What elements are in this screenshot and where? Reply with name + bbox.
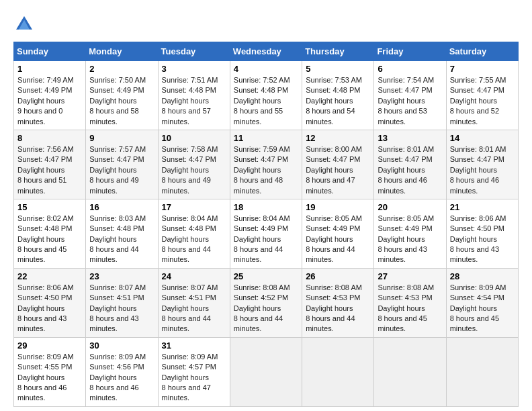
- day-cell: 21Sunrise: 8:06 AMSunset: 4:50 PMDayligh…: [446, 199, 518, 268]
- day-info: Sunrise: 7:50 AMSunset: 4:49 PMDaylight …: [89, 75, 154, 127]
- day-cell: 24Sunrise: 8:07 AMSunset: 4:51 PMDayligh…: [158, 268, 230, 337]
- day-info: Sunrise: 8:05 AMSunset: 4:49 PMDaylight …: [378, 214, 442, 265]
- day-info: Sunrise: 8:06 AMSunset: 4:50 PMDaylight …: [450, 214, 515, 265]
- day-info: Sunrise: 7:49 AMSunset: 4:49 PMDaylight …: [17, 75, 82, 127]
- day-info: Sunrise: 8:01 AMSunset: 4:47 PMDaylight …: [450, 144, 515, 196]
- day-cell: 7Sunrise: 7:55 AMSunset: 4:47 PMDaylight…: [446, 61, 518, 130]
- day-cell: 8Sunrise: 7:56 AMSunset: 4:47 PMDaylight…: [14, 130, 86, 199]
- day-number: 19: [306, 202, 370, 212]
- day-info: Sunrise: 8:06 AMSunset: 4:50 PMDaylight …: [17, 283, 82, 334]
- day-number: 4: [234, 64, 298, 74]
- day-number: 3: [162, 64, 226, 74]
- day-number: 24: [162, 271, 226, 281]
- week-row-1: 1Sunrise: 7:49 AMSunset: 4:49 PMDaylight…: [14, 61, 519, 130]
- day-cell: 28Sunrise: 8:09 AMSunset: 4:54 PMDayligh…: [446, 268, 518, 337]
- week-row-5: 29Sunrise: 8:09 AMSunset: 4:55 PMDayligh…: [14, 337, 519, 406]
- day-number: 10: [162, 133, 226, 143]
- weekday-friday: Friday: [374, 42, 446, 61]
- week-row-2: 8Sunrise: 7:56 AMSunset: 4:47 PMDaylight…: [14, 130, 519, 199]
- day-cell: 25Sunrise: 8:08 AMSunset: 4:52 PMDayligh…: [230, 268, 302, 337]
- weekday-header-row: SundayMondayTuesdayWednesdayThursdayFrid…: [14, 42, 519, 61]
- day-number: 29: [17, 340, 82, 351]
- day-cell: 17Sunrise: 8:04 AMSunset: 4:48 PMDayligh…: [158, 199, 230, 268]
- day-info: Sunrise: 7:55 AMSunset: 4:47 PMDaylight …: [450, 75, 515, 127]
- day-number: 28: [450, 271, 515, 281]
- day-number: 21: [450, 202, 515, 212]
- day-info: Sunrise: 8:01 AMSunset: 4:47 PMDaylight …: [378, 144, 442, 196]
- day-cell: [446, 337, 518, 406]
- day-number: 11: [234, 133, 298, 143]
- day-info: Sunrise: 8:09 AMSunset: 4:55 PMDaylight …: [17, 352, 82, 404]
- day-info: Sunrise: 8:04 AMSunset: 4:48 PMDaylight …: [162, 214, 226, 265]
- day-cell: 6Sunrise: 7:54 AMSunset: 4:47 PMDaylight…: [374, 61, 446, 130]
- day-cell: 2Sunrise: 7:50 AMSunset: 4:49 PMDaylight…: [86, 61, 158, 130]
- day-number: 20: [378, 202, 442, 212]
- day-info: Sunrise: 8:00 AMSunset: 4:47 PMDaylight …: [306, 144, 370, 196]
- day-info: Sunrise: 8:03 AMSunset: 4:48 PMDaylight …: [89, 214, 154, 265]
- day-cell: 4Sunrise: 7:52 AMSunset: 4:48 PMDaylight…: [230, 61, 302, 130]
- day-number: 27: [378, 271, 442, 281]
- day-number: 8: [17, 133, 82, 143]
- day-info: Sunrise: 7:59 AMSunset: 4:47 PMDaylight …: [234, 144, 298, 196]
- day-number: 12: [306, 133, 370, 143]
- weekday-thursday: Thursday: [302, 42, 374, 61]
- day-number: 23: [89, 271, 154, 281]
- logo: [13, 13, 38, 35]
- day-cell: 29Sunrise: 8:09 AMSunset: 4:55 PMDayligh…: [14, 337, 86, 406]
- day-cell: 22Sunrise: 8:06 AMSunset: 4:50 PMDayligh…: [14, 268, 86, 337]
- day-cell: 27Sunrise: 8:08 AMSunset: 4:53 PMDayligh…: [374, 268, 446, 337]
- day-info: Sunrise: 8:04 AMSunset: 4:49 PMDaylight …: [234, 214, 298, 265]
- weekday-sunday: Sunday: [14, 42, 86, 61]
- day-number: 9: [89, 133, 154, 143]
- logo-icon: [13, 13, 35, 35]
- day-info: Sunrise: 7:54 AMSunset: 4:47 PMDaylight …: [378, 75, 442, 127]
- day-cell: 18Sunrise: 8:04 AMSunset: 4:49 PMDayligh…: [230, 199, 302, 268]
- day-number: 17: [162, 202, 226, 212]
- day-info: Sunrise: 8:02 AMSunset: 4:48 PMDaylight …: [17, 214, 82, 265]
- day-info: Sunrise: 8:05 AMSunset: 4:49 PMDaylight …: [306, 214, 370, 265]
- day-info: Sunrise: 8:09 AMSunset: 4:54 PMDaylight …: [450, 283, 515, 334]
- day-cell: [302, 337, 374, 406]
- day-info: Sunrise: 7:53 AMSunset: 4:48 PMDaylight …: [306, 75, 370, 127]
- day-number: 2: [89, 64, 154, 74]
- day-number: 31: [162, 340, 226, 351]
- day-number: 26: [306, 271, 370, 281]
- day-cell: 9Sunrise: 7:57 AMSunset: 4:47 PMDaylight…: [86, 130, 158, 199]
- calendar-body: 1Sunrise: 7:49 AMSunset: 4:49 PMDaylight…: [14, 61, 519, 407]
- day-cell: [230, 337, 302, 406]
- day-number: 18: [234, 202, 298, 212]
- day-cell: 10Sunrise: 7:58 AMSunset: 4:47 PMDayligh…: [158, 130, 230, 199]
- day-info: Sunrise: 8:08 AMSunset: 4:52 PMDaylight …: [234, 283, 298, 334]
- day-cell: 19Sunrise: 8:05 AMSunset: 4:49 PMDayligh…: [302, 199, 374, 268]
- day-number: 7: [450, 64, 515, 74]
- weekday-saturday: Saturday: [446, 42, 518, 61]
- day-info: Sunrise: 8:09 AMSunset: 4:57 PMDaylight …: [162, 352, 226, 404]
- day-info: Sunrise: 8:07 AMSunset: 4:51 PMDaylight …: [89, 283, 154, 334]
- day-cell: 16Sunrise: 8:03 AMSunset: 4:48 PMDayligh…: [86, 199, 158, 268]
- day-cell: 14Sunrise: 8:01 AMSunset: 4:47 PMDayligh…: [446, 130, 518, 199]
- day-number: 25: [234, 271, 298, 281]
- weekday-wednesday: Wednesday: [230, 42, 302, 61]
- day-cell: 23Sunrise: 8:07 AMSunset: 4:51 PMDayligh…: [86, 268, 158, 337]
- day-number: 6: [378, 64, 442, 74]
- day-cell: 12Sunrise: 8:00 AMSunset: 4:47 PMDayligh…: [302, 130, 374, 199]
- day-info: Sunrise: 7:56 AMSunset: 4:47 PMDaylight …: [17, 144, 82, 196]
- day-info: Sunrise: 7:57 AMSunset: 4:47 PMDaylight …: [89, 144, 154, 196]
- day-number: 30: [89, 340, 154, 351]
- day-cell: 11Sunrise: 7:59 AMSunset: 4:47 PMDayligh…: [230, 130, 302, 199]
- day-number: 1: [17, 64, 82, 74]
- day-info: Sunrise: 7:58 AMSunset: 4:47 PMDaylight …: [162, 144, 226, 196]
- day-cell: 31Sunrise: 8:09 AMSunset: 4:57 PMDayligh…: [158, 337, 230, 406]
- day-info: Sunrise: 8:09 AMSunset: 4:56 PMDaylight …: [89, 352, 154, 404]
- page-header: [13, 13, 519, 35]
- day-number: 15: [17, 202, 82, 212]
- day-cell: 20Sunrise: 8:05 AMSunset: 4:49 PMDayligh…: [374, 199, 446, 268]
- day-number: 13: [378, 133, 442, 143]
- day-cell: 5Sunrise: 7:53 AMSunset: 4:48 PMDaylight…: [302, 61, 374, 130]
- day-cell: 13Sunrise: 8:01 AMSunset: 4:47 PMDayligh…: [374, 130, 446, 199]
- day-cell: 15Sunrise: 8:02 AMSunset: 4:48 PMDayligh…: [14, 199, 86, 268]
- day-info: Sunrise: 8:08 AMSunset: 4:53 PMDaylight …: [378, 283, 442, 334]
- day-number: 22: [17, 271, 82, 281]
- day-cell: 1Sunrise: 7:49 AMSunset: 4:49 PMDaylight…: [14, 61, 86, 130]
- calendar-table: SundayMondayTuesdayWednesdayThursdayFrid…: [13, 42, 519, 407]
